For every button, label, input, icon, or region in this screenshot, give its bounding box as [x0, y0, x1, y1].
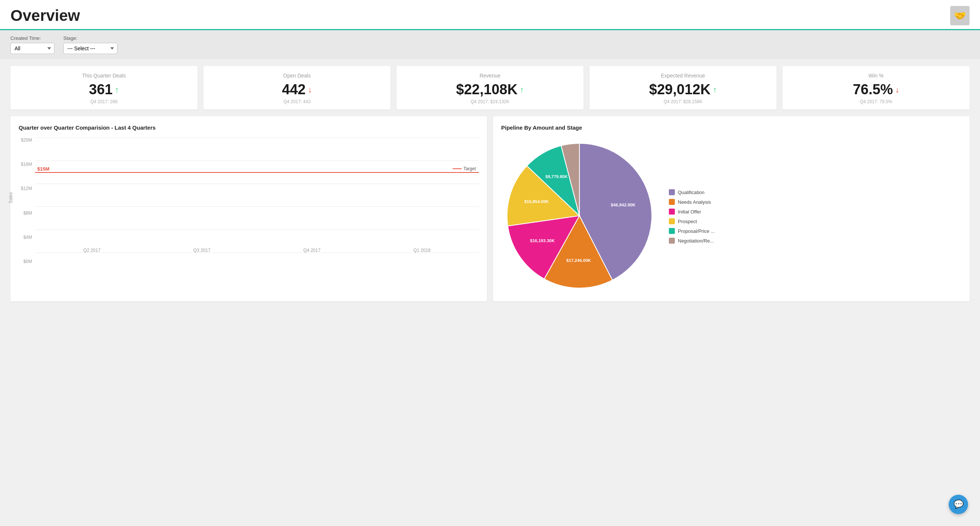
charts-row: Quarter over Quarter Comparision - Last … — [0, 116, 980, 312]
kpi-value-row-0: 361 ↑ — [89, 82, 119, 98]
avatar: 🤝 — [950, 6, 970, 25]
kpi-value-0: 361 — [89, 82, 113, 98]
y-axis-label-tick: $16M — [21, 162, 32, 167]
bar-chart-inner: $15M Target Q2 2017 Q3 2017 Q4 2017 Q1 2… — [35, 137, 479, 264]
kpi-card-2: Revenue $22,108K ↑ Q4 2017: $19,132K — [396, 66, 584, 110]
legend-color-3 — [669, 218, 675, 224]
kpi-value-row-2: $22,108K ↑ — [456, 82, 524, 98]
legend-color-5 — [669, 238, 675, 244]
y-axis-label-tick: $0M — [24, 259, 32, 264]
kpi-card-0: This Quarter Deals 361 ↑ Q4 2017: 268 — [10, 66, 197, 110]
created-time-select[interactable]: All This Quarter Last Quarter — [10, 43, 54, 54]
legend-color-0 — [669, 189, 675, 195]
kpi-value-row-4: 76.5% ↓ — [853, 82, 899, 98]
bar-label-2: Q4 2017 — [303, 248, 320, 253]
pie-label: $16,193.30K — [530, 238, 555, 243]
kpi-title-3: Expected Revenue — [661, 73, 705, 79]
pie-chart-panel: Pipeline By Amount and Stage $46,942.90K… — [493, 116, 970, 301]
kpi-arrow-0: ↑ — [115, 85, 119, 95]
kpi-title-4: Win % — [869, 73, 883, 79]
bar-chart-panel: Quarter over Quarter Comparision - Last … — [10, 116, 487, 301]
legend-label-2: Initial Offer — [678, 209, 701, 215]
kpi-row: This Quarter Deals 361 ↑ Q4 2017: 268 Op… — [0, 59, 980, 116]
y-axis-label-tick: $4M — [24, 235, 32, 240]
target-label: $15M — [37, 166, 49, 172]
pie-label: $15,854.00K — [524, 199, 549, 204]
legend-item-5: Negotiation/Re... — [669, 238, 715, 244]
bar-group-0: Q2 2017 — [43, 245, 141, 253]
bar-group-3: Q1 2018 — [372, 245, 471, 253]
kpi-value-row-3: $29,012K ↑ — [649, 82, 717, 98]
bar-label-3: Q1 2018 — [413, 248, 430, 253]
filters-bar: Created Time: All This Quarter Last Quar… — [0, 30, 980, 59]
kpi-title-0: This Quarter Deals — [82, 73, 126, 79]
legend-label-3: Prospect — [678, 219, 697, 224]
created-time-filter: Created Time: All This Quarter Last Quar… — [10, 35, 54, 54]
kpi-prev-1: Q4 2017: 443 — [283, 99, 311, 104]
stage-select[interactable]: --- Select --- Qualification Needs Analy… — [64, 43, 118, 54]
y-axis-label-tick: $12M — [21, 186, 32, 191]
kpi-value-4: 76.5% — [853, 82, 893, 98]
kpi-prev-2: Q4 2017: $19,132K — [471, 99, 509, 104]
kpi-card-1: Open Deals 442 ↓ Q4 2017: 443 — [204, 66, 390, 110]
legend-item-4: Proposal/Price ... — [669, 228, 715, 234]
target-legend: Target — [453, 166, 476, 172]
legend-color-4 — [669, 228, 675, 234]
bar-group-2: Q4 2017 — [263, 245, 361, 253]
y-axis-label-tick: $8M — [24, 210, 32, 216]
stage-filter: Stage: --- Select --- Qualification Need… — [64, 35, 118, 54]
target-line: $15M Target — [35, 172, 479, 173]
pie-svg: $46,942.90K$17,246.00K$16,193.30K$15,854… — [501, 137, 658, 294]
created-time-label: Created Time: — [10, 35, 54, 41]
kpi-prev-3: Q4 2017: $28,158K — [663, 99, 702, 104]
kpi-value-2: $22,108K — [456, 82, 517, 98]
kpi-prev-0: Q4 2017: 268 — [91, 99, 118, 104]
legend-label-4: Proposal/Price ... — [678, 228, 715, 234]
kpi-title-2: Revenue — [480, 73, 500, 79]
y-axis-label-tick: $20M — [21, 137, 32, 143]
pie-label: $9,779.80K — [546, 174, 568, 179]
legend-item-3: Prospect — [669, 218, 715, 224]
bar-chart-area: Sales $20M$16M$12M$8M$4M$0M $15M Target … — [19, 137, 479, 264]
chat-icon: 💬 — [953, 499, 964, 509]
kpi-prev-4: Q4 2017: 79.5% — [860, 99, 892, 104]
stage-label: Stage: — [64, 35, 118, 41]
legend-label-5: Negotiation/Re... — [678, 238, 714, 244]
pie-label: $46,942.90K — [611, 203, 636, 207]
pie-chart-title: Pipeline By Amount and Stage — [501, 124, 961, 131]
kpi-arrow-1: ↓ — [308, 85, 312, 95]
y-axis: $20M$16M$12M$8M$4M$0M — [19, 137, 35, 264]
kpi-value-1: 442 — [282, 82, 305, 98]
bar-group-1: Q3 2017 — [153, 245, 251, 253]
y-axis-label: Sales — [8, 192, 13, 203]
bar-chart-title: Quarter over Quarter Comparision - Last … — [19, 124, 479, 131]
legend-color-2 — [669, 208, 675, 215]
header: Overview 🤝 — [0, 0, 980, 30]
kpi-value-3: $29,012K — [649, 82, 711, 98]
kpi-title-1: Open Deals — [283, 73, 311, 79]
kpi-value-row-1: 442 ↓ — [282, 82, 312, 98]
target-legend-line — [453, 168, 462, 169]
legend-item-2: Initial Offer — [669, 208, 715, 215]
pie-svg-wrapper: $46,942.90K$17,246.00K$16,193.30K$15,854… — [501, 137, 658, 296]
kpi-card-4: Win % 76.5% ↓ Q4 2017: 79.5% — [783, 66, 970, 110]
pie-label: $17,246.00K — [566, 258, 591, 263]
legend-label-1: Needs Analysis — [678, 199, 711, 205]
chat-fab-button[interactable]: 💬 — [949, 495, 968, 514]
legend-color-1 — [669, 199, 675, 205]
page-title: Overview — [10, 7, 80, 25]
legend-item-0: Qualification — [669, 189, 715, 195]
kpi-arrow-2: ↑ — [520, 85, 524, 95]
bar-label-1: Q3 2017 — [193, 248, 210, 253]
pie-legend: Qualification Needs Analysis Initial Off… — [669, 189, 715, 244]
legend-item-1: Needs Analysis — [669, 199, 715, 205]
kpi-arrow-4: ↓ — [895, 85, 899, 95]
bar-label-0: Q2 2017 — [83, 248, 100, 253]
pie-chart-content: $46,942.90K$17,246.00K$16,193.30K$15,854… — [501, 137, 961, 296]
kpi-card-3: Expected Revenue $29,012K ↑ Q4 2017: $28… — [590, 66, 776, 110]
legend-label-0: Qualification — [678, 190, 705, 195]
bars-container: Q2 2017 Q3 2017 Q4 2017 Q1 2018 — [35, 137, 479, 253]
kpi-arrow-3: ↑ — [713, 85, 717, 95]
